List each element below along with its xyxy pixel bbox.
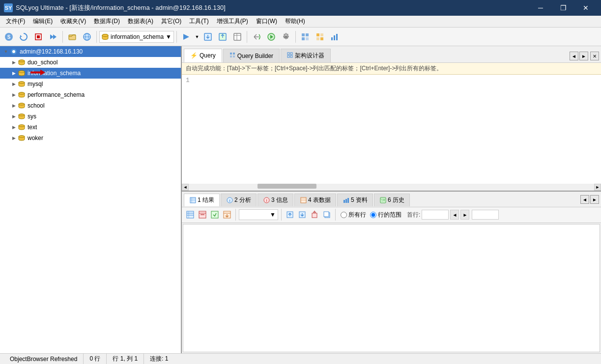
radio-range-label[interactable]: 行的范围 (370, 211, 401, 219)
tb-grid2-icon[interactable] (313, 30, 327, 44)
nav-prev-btn[interactable]: ◄ (450, 210, 459, 220)
svg-rect-55 (233, 56, 235, 57)
h-scrollbar[interactable]: ◄ ► (182, 184, 601, 191)
sidebar-item-school[interactable]: ▶ school (0, 100, 181, 111)
rt-sep-3 (335, 209, 336, 221)
sidebar-item-sys[interactable]: ▶ sys (0, 111, 181, 122)
menu-other[interactable]: 其它(O) (157, 16, 185, 27)
result-tab-prev-btn[interactable]: ◄ (580, 195, 589, 204)
tb-execute-dropdown-icon[interactable]: ▼ (194, 30, 200, 44)
radio-all-label[interactable]: 所有行 (341, 211, 366, 219)
db-expander-performance_schema[interactable]: ▶ (10, 91, 18, 99)
minimize-button[interactable]: ─ (529, 0, 552, 16)
menu-window[interactable]: 窗口(W) (252, 16, 281, 27)
menu-table[interactable]: 数据表(A) (124, 16, 157, 27)
svg-marker-2 (20, 35, 22, 37)
menu-advanced[interactable]: 增强工具(P) (213, 16, 252, 27)
sidebar-item-text[interactable]: ▶ text (0, 122, 181, 133)
result-tab-2[interactable]: i 2 分析 (221, 194, 257, 206)
nav-next-btn[interactable]: ► (460, 210, 469, 220)
db-expander-information_schema[interactable]: ▶ (10, 69, 18, 77)
db-icon-text (18, 123, 26, 131)
tb-fast-forward-icon[interactable] (46, 30, 60, 44)
scroll-left-btn[interactable]: ◄ (182, 184, 189, 191)
tab-query-builder[interactable]: Query Builder (223, 49, 280, 62)
sidebar-item-mysql[interactable]: ▶ mysql (0, 79, 181, 89)
tb-chart-icon[interactable] (328, 30, 342, 44)
db-expander-mysql[interactable]: ▶ (10, 80, 18, 88)
db-icon-performance_schema (18, 91, 26, 99)
db-expander-woker[interactable]: ▶ (10, 134, 18, 142)
rt-btn-copy[interactable] (321, 209, 332, 220)
restore-button[interactable]: ❐ (552, 0, 574, 16)
rt-dropdown[interactable]: ▼ (239, 209, 278, 220)
tab-prev-btn[interactable]: ◄ (570, 52, 578, 60)
scroll-right-btn[interactable]: ► (594, 184, 601, 191)
menu-tools[interactable]: 工具(T) (185, 16, 212, 27)
menu-edit[interactable]: 编辑(E) (29, 16, 57, 27)
db-icon-information_schema (18, 69, 26, 77)
db-expander-duo_school[interactable]: ▶ (10, 58, 18, 66)
tb-settings-icon[interactable] (279, 30, 293, 44)
result-tab-4[interactable]: 4 表数据 (294, 194, 336, 206)
tb-nav-back-icon[interactable] (250, 30, 263, 44)
rt-btn-5[interactable] (285, 209, 295, 220)
db-expander-text[interactable]: ▶ (10, 123, 18, 131)
svg-rect-27 (320, 33, 323, 36)
menu-favorites[interactable]: 收藏夹(V) (57, 16, 90, 27)
svg-rect-32 (336, 34, 338, 40)
db-expander-school[interactable]: ▶ (10, 102, 18, 110)
title-text: SQLyog Ultimate - [新连接/information_schem… (16, 3, 226, 12)
tb-globe-icon[interactable] (80, 30, 94, 44)
database-dropdown[interactable]: information_schema ▼ (99, 31, 174, 43)
tb-grid1-icon[interactable] (298, 30, 312, 44)
rt-btn-2[interactable] (197, 209, 208, 220)
rt-btn-6[interactable] (297, 209, 308, 220)
tab-close-btn[interactable]: ✕ (590, 52, 599, 60)
tab-qb-label: Query Builder (237, 53, 273, 59)
sidebar-item-woker[interactable]: ▶ woker (0, 133, 181, 143)
result-tab-1[interactable]: 1 结果 (184, 194, 220, 206)
tb-open-icon[interactable] (65, 30, 79, 44)
radio-range[interactable] (370, 212, 376, 218)
rt-btn-3[interactable] (209, 209, 220, 220)
radio-all[interactable] (341, 212, 347, 218)
result-tab-6[interactable]: 18 6 历史 (374, 194, 410, 206)
sidebar-item-information_schema[interactable]: ▶ information_schema (0, 68, 181, 79)
svg-rect-31 (334, 35, 335, 40)
status-rows-text: 0 行 (89, 355, 100, 363)
rt-btn-delete[interactable] (309, 209, 320, 220)
tab-next-btn[interactable]: ► (579, 52, 588, 60)
tb-refresh-icon[interactable] (17, 30, 30, 44)
menu-file[interactable]: 文件(F) (2, 16, 29, 27)
db-icon-mysql (18, 80, 26, 88)
sidebar-connection[interactable]: ▼ admin@192.168.16.130 (0, 46, 181, 57)
firstrow-input[interactable] (422, 210, 449, 220)
db-label-duo_school: duo_school (28, 59, 57, 66)
result-tab-next-btn[interactable]: ► (590, 195, 599, 204)
rt-btn-4[interactable] (222, 209, 232, 220)
tb-execute-icon[interactable] (179, 30, 193, 44)
result-tab-3[interactable]: ! 3 信息 (258, 194, 293, 206)
rt-btn-1[interactable] (185, 209, 196, 220)
tb-export-icon[interactable] (216, 30, 229, 44)
lastrow-input[interactable] (472, 210, 499, 220)
tb-table-icon[interactable] (230, 30, 244, 44)
tb-stop-icon[interactable] (31, 30, 45, 44)
close-button[interactable]: ✕ (574, 0, 597, 16)
menu-help[interactable]: 帮助(H) (281, 16, 309, 27)
result-tab-5[interactable]: 5 资料 (337, 194, 373, 206)
tab-query[interactable]: ⚡ Query (184, 49, 222, 62)
menu-database[interactable]: 数据库(D) (90, 16, 124, 27)
tb-import-icon[interactable] (201, 30, 215, 44)
connection-expander[interactable]: ▼ (2, 48, 10, 56)
tab-schema-designer[interactable]: 架构设计器 (281, 49, 331, 62)
query-editor[interactable]: 1 (182, 75, 601, 184)
tb-arrow-icon[interactable] (264, 30, 278, 44)
sidebar-item-duo_school[interactable]: ▶ duo_school (0, 57, 181, 68)
h-scroll-thumb[interactable] (258, 184, 316, 189)
tb-connection-icon[interactable]: S (2, 30, 16, 44)
sidebar-item-performance_schema[interactable]: ▶ performance_schema (0, 89, 181, 100)
svg-rect-25 (306, 37, 309, 40)
db-expander-sys[interactable]: ▶ (10, 112, 18, 120)
